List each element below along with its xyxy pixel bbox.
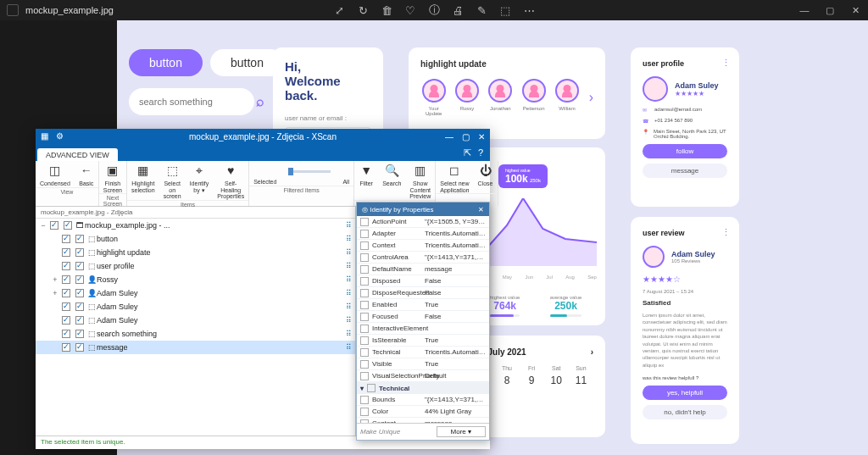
checkbox[interactable]	[360, 241, 369, 250]
help-icon[interactable]: ?	[478, 147, 483, 158]
maximize-button[interactable]: ▢	[462, 132, 470, 141]
checkbox[interactable]	[360, 348, 369, 357]
checkbox[interactable]	[62, 262, 70, 270]
search-field[interactable]: ⌕	[129, 88, 254, 115]
search-icon[interactable]: ⌕	[256, 94, 264, 109]
checkbox[interactable]	[75, 343, 84, 352]
checkbox[interactable]	[360, 360, 369, 369]
checkbox[interactable]	[360, 313, 369, 321]
make-unique-button[interactable]: Make Unique	[360, 428, 400, 436]
prop-row[interactable]: ControlArea"{X=1413,Y=371,W...	[357, 252, 489, 264]
grip-icon[interactable]: ⠿	[346, 235, 352, 243]
checkbox[interactable]	[367, 384, 376, 392]
avatar-item[interactable]: William	[554, 79, 580, 111]
chevron-right-icon[interactable]: ›	[589, 90, 593, 105]
grip-icon[interactable]: ⠿	[346, 275, 352, 284]
prop-row[interactable]: EnabledTrue	[357, 299, 489, 311]
ribbon-highlight[interactable]: ▦Highlightselection	[127, 161, 159, 200]
checkbox[interactable]	[360, 336, 369, 345]
maximize-button[interactable]: ▢	[824, 5, 836, 16]
grip-icon[interactable]: ⠿	[346, 302, 352, 311]
rotate-icon[interactable]: ↻	[357, 4, 369, 16]
print-icon[interactable]: 🖨	[452, 4, 464, 16]
kebab-icon[interactable]: ⋮	[721, 58, 731, 69]
checkbox[interactable]	[62, 235, 70, 243]
checkbox[interactable]	[360, 277, 369, 286]
checkbox[interactable]	[62, 302, 70, 311]
tree-row[interactable]: ⬚message⠿	[36, 341, 355, 354]
checkbox[interactable]	[75, 262, 84, 270]
grip-icon[interactable]: ⠿	[346, 289, 352, 297]
prop-row[interactable]: VisualSelectionPriorityDefault	[357, 370, 489, 382]
checkbox[interactable]	[360, 372, 369, 380]
close-button[interactable]: ✕	[849, 5, 861, 16]
ribbon-close[interactable]: ⏻Close	[474, 161, 498, 193]
checkbox[interactable]	[75, 316, 84, 325]
expand-icon[interactable]: ⇱	[464, 147, 471, 158]
properties-title[interactable]: ◎ Identify by Properties ✕	[357, 203, 489, 216]
ribbon-select[interactable]: ◻Select newApplication	[436, 161, 473, 193]
more-icon[interactable]: ⋯	[523, 4, 535, 16]
prop-row[interactable]: DisposedFalse	[357, 275, 489, 287]
checkbox[interactable]	[64, 221, 72, 230]
filter-slider[interactable]	[288, 170, 331, 173]
grip-icon[interactable]: ⠿	[346, 248, 352, 257]
avatar-item[interactable]: Rossy	[453, 79, 480, 111]
tree-row[interactable]: ⬚highlight update⠿	[36, 246, 355, 259]
checkbox[interactable]	[62, 275, 70, 284]
ribbon-search[interactable]: 🔍Search	[378, 161, 405, 200]
back-icon[interactable]	[7, 4, 19, 16]
prop-row[interactable]: ContextTricentis.Automatio...	[357, 240, 489, 252]
checkbox[interactable]	[360, 253, 369, 262]
tree-row[interactable]: +👤Adam Suley⠿	[36, 286, 355, 300]
checkbox[interactable]	[360, 396, 369, 404]
yes-helpful-button[interactable]: yes, helpfull	[643, 386, 727, 400]
crop-icon[interactable]: ⬚	[499, 4, 511, 16]
tab-advanced-view[interactable]: ADVANCED VIEW	[37, 148, 118, 161]
tree-row[interactable]: +👤Rossy⠿	[36, 273, 355, 286]
close-button[interactable]: ✕	[478, 132, 485, 141]
prop-row[interactable]: InteractiveElement	[357, 323, 489, 335]
grip-icon[interactable]: ⠿	[346, 343, 352, 352]
ribbon-condensed[interactable]: ◫Condensed	[36, 161, 75, 187]
properties-grid[interactable]: ActionPoint"{X=1505.5, Y=390}"AdapterTri…	[357, 216, 489, 423]
checkbox[interactable]	[62, 248, 70, 257]
checkbox[interactable]	[75, 289, 84, 297]
avatar-item[interactable]: Jonathan	[487, 79, 514, 111]
checkbox[interactable]	[50, 221, 58, 230]
ribbon-basic[interactable]: ←Basic	[75, 161, 98, 187]
grip-icon[interactable]: ⠿	[346, 262, 352, 270]
primary-button[interactable]: button	[129, 49, 203, 76]
xscan-titlebar[interactable]: ▦ ⚙ mockup_example.jpg - Zdjęcia - XScan…	[36, 129, 490, 144]
prop-row[interactable]: AdapterTricentis.Automatio...	[357, 228, 489, 240]
no-helpful-button[interactable]: no, didn't help	[643, 405, 727, 419]
checkbox[interactable]	[75, 302, 84, 311]
grip-icon[interactable]: ⠿	[346, 221, 352, 230]
follow-button[interactable]: follow	[643, 144, 727, 158]
prop-row[interactable]: TechnicalTricentis.Automatio...	[357, 347, 489, 358]
prop-row[interactable]: Bounds"{X=1413,Y=371,W...	[357, 394, 489, 406]
avatar-item[interactable]: Petterson	[520, 79, 547, 111]
zoom-icon[interactable]: ⤢	[333, 4, 345, 16]
prop-row[interactable]: DefaultNamemessage	[357, 264, 489, 275]
cal-next-icon[interactable]: ›	[591, 347, 593, 357]
tree-row[interactable]: ⬚search something⠿	[36, 327, 355, 341]
grip-icon[interactable]: ⠿	[346, 316, 352, 325]
checkbox[interactable]	[360, 408, 369, 416]
delete-icon[interactable]: 🗑	[381, 4, 392, 16]
checkbox[interactable]	[360, 265, 369, 274]
checkbox[interactable]	[62, 289, 70, 297]
checkbox[interactable]	[360, 218, 369, 226]
tree-list[interactable]: −🗔mockup_example.jpg - ...⠿⬚button⠿⬚high…	[36, 219, 355, 436]
prop-row[interactable]: ActionPoint"{X=1505.5, Y=390}"	[357, 216, 489, 228]
ribbon-identify[interactable]: ⌖Identifyby ▾	[186, 161, 214, 200]
close-icon[interactable]: ✕	[478, 206, 484, 214]
checkbox[interactable]	[75, 248, 84, 257]
checkbox[interactable]	[360, 289, 369, 297]
prop-row[interactable]: Color44% Light Gray	[357, 406, 489, 418]
tree-row[interactable]: −🗔mockup_example.jpg - ...⠿	[36, 219, 355, 232]
search-input[interactable]	[139, 97, 256, 107]
kebab-icon[interactable]: ⋮	[721, 227, 731, 238]
minimize-button[interactable]: —	[445, 132, 453, 141]
checkbox[interactable]	[75, 275, 84, 284]
